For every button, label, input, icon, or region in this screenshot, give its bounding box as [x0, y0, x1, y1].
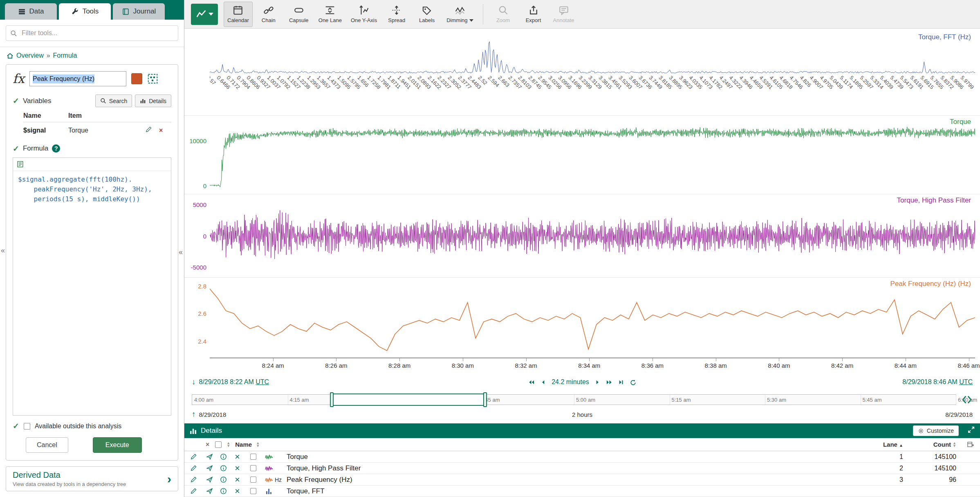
refresh-icon[interactable] — [630, 379, 637, 386]
send-icon[interactable] — [202, 488, 216, 495]
column-header-lane[interactable]: Lane ▲ — [866, 441, 907, 448]
tab-data[interactable]: Data — [5, 3, 57, 20]
series-name[interactable]: Torque, High Pass Filter — [287, 464, 866, 472]
tab-tools[interactable]: Tools — [59, 3, 111, 20]
customize-button[interactable]: Customize — [913, 425, 959, 436]
remove-variable-icon[interactable]: × — [159, 127, 171, 134]
toolbar-zoom-button[interactable]: Zoom — [489, 2, 518, 27]
row-checkbox[interactable] — [250, 465, 256, 471]
item-picker-icon[interactable] — [147, 73, 158, 84]
edit-icon[interactable] — [184, 488, 202, 495]
timeline-range-label[interactable]: 2 hours — [572, 411, 592, 418]
series-name[interactable]: Peak Frequency (Hz) — [287, 476, 866, 484]
view-mode-dropdown[interactable] — [191, 4, 218, 25]
tab-journal[interactable]: Journal — [113, 3, 165, 20]
timeline-start-date[interactable]: 8/29/2018 — [199, 411, 226, 418]
variable-item[interactable]: Torque — [68, 127, 145, 134]
send-icon[interactable] — [202, 453, 216, 460]
y-axis-gutter[interactable]: 2.82.62.4 — [184, 278, 210, 358]
toolbar-spread-button[interactable]: Spread — [382, 2, 411, 27]
column-header-count[interactable]: Count▲▼ — [907, 441, 960, 448]
color-swatch[interactable] — [131, 73, 142, 84]
timeline-end-date[interactable]: 8/29/2018 — [945, 411, 973, 418]
display-range-start[interactable]: 8/29/2018 8:22 AM UTC — [199, 378, 269, 386]
info-icon[interactable] — [216, 465, 230, 472]
edit-icon[interactable] — [184, 465, 202, 472]
duration-label[interactable]: 24.2 minutes — [552, 378, 589, 386]
select-all-checkbox[interactable] — [215, 441, 222, 448]
timeline-handle-right[interactable] — [483, 392, 487, 407]
remove-all-icon[interactable]: × — [206, 441, 209, 448]
y-axis-gutter[interactable]: 50000-5000 — [184, 194, 210, 277]
remove-icon[interactable] — [230, 465, 244, 472]
high-pass-plot[interactable] — [210, 194, 975, 277]
formula-code[interactable]: $signal.aggregate(fft(100hz). peakFreque… — [13, 171, 171, 208]
row-checkbox[interactable] — [250, 477, 256, 483]
torque-plot[interactable] — [210, 116, 975, 194]
jump-up-icon[interactable]: ↑ — [192, 410, 196, 419]
toolbar-calendar-button[interactable]: Calendar — [224, 2, 253, 27]
series-name[interactable]: Torque, FFT — [287, 487, 866, 495]
cancel-button[interactable]: Cancel — [26, 437, 68, 453]
info-icon[interactable] — [216, 453, 230, 460]
time-axis[interactable]: 8:24 am8:26 am8:28 am8:30 am8:32 am8:34 … — [210, 358, 975, 373]
send-icon[interactable] — [202, 476, 216, 483]
series-name[interactable]: Torque — [287, 453, 866, 461]
display-range-end[interactable]: 8/29/2018 8:46 AM UTC — [902, 378, 973, 386]
toolbar-capsule-button[interactable]: Capsule — [285, 2, 313, 27]
step-to-end-icon[interactable] — [618, 379, 625, 386]
toolbar-export-button[interactable]: Export — [519, 2, 548, 27]
edit-variable-icon[interactable] — [145, 126, 159, 135]
toolbar-chain-button[interactable]: Chain — [254, 2, 283, 27]
lane-label-torque-fft[interactable]: Torque, FFT (Hz) — [918, 33, 971, 41]
formula-editor[interactable]: $signal.aggregate(fft(100hz). peakFreque… — [13, 157, 171, 416]
details-expand-icon[interactable] — [967, 426, 975, 436]
lane-label-peak-frequency[interactable]: Peak Frequency (Hz) (Hz) — [890, 280, 971, 288]
collapse-sidebar-icon[interactable]: « — [179, 248, 183, 256]
timeline-handle-left[interactable] — [330, 392, 334, 407]
timeline-track[interactable]: 4:00 am4:15 am4:30 am4:45 am5:00 am5:15 … — [192, 394, 956, 405]
collap se-edge-icon[interactable]: « — [1, 246, 5, 255]
send-icon[interactable] — [202, 465, 216, 472]
step-back-icon[interactable] — [540, 379, 547, 386]
add-column-icon[interactable] — [960, 441, 980, 448]
snippets-icon[interactable] — [16, 160, 24, 168]
remove-icon[interactable] — [230, 453, 244, 460]
edit-icon[interactable] — [184, 453, 202, 460]
sort-icon[interactable]: ▲▼ — [256, 442, 260, 448]
sort-icon[interactable]: ▲▼ — [226, 442, 230, 448]
formula-help-icon[interactable]: ? — [52, 144, 60, 153]
step-forward-full-icon[interactable] — [606, 379, 613, 386]
peak-frequency-plot[interactable] — [210, 278, 975, 358]
step-forward-icon[interactable] — [594, 379, 601, 386]
chevron-right-icon[interactable]: › — [167, 473, 171, 485]
toolbar-one-lane-button[interactable]: One Lane — [315, 2, 345, 27]
lane-label-torque[interactable]: Torque — [950, 118, 971, 126]
toolbar-dimming-button[interactable]: Dimming — [443, 2, 477, 27]
row-checkbox[interactable] — [250, 488, 256, 494]
lane-label-high-pass[interactable]: Torque, High Pass Filter — [897, 196, 971, 205]
column-header-name[interactable]: Name — [235, 441, 252, 448]
breadcrumb-overview[interactable]: Overview — [16, 52, 44, 59]
home-icon[interactable] — [7, 52, 13, 59]
remove-icon[interactable] — [230, 476, 244, 483]
filter-tools-input[interactable] — [21, 29, 174, 37]
execute-button[interactable]: Execute — [93, 437, 142, 453]
info-icon[interactable] — [216, 476, 230, 483]
details-variables-button[interactable]: Details — [135, 94, 171, 107]
fft-plot[interactable] — [210, 31, 975, 73]
toolbar-labels-button[interactable]: Labels — [413, 2, 441, 27]
timeline-selection[interactable] — [332, 394, 485, 406]
search-variables-button[interactable]: Search — [95, 94, 132, 107]
jump-start-icon[interactable]: ↓ — [192, 378, 196, 387]
toolbar-annotate-button[interactable]: Annotate — [549, 2, 578, 27]
step-back-full-icon[interactable] — [528, 379, 535, 386]
toolbar-one-y-axis-button[interactable]: One Y-Axis — [347, 2, 381, 27]
tool-name-input[interactable]: Peak Frequency (Hz) — [29, 71, 126, 86]
edit-icon[interactable] — [184, 476, 202, 483]
y-axis-gutter[interactable]: 100000 — [184, 116, 210, 194]
row-checkbox[interactable] — [250, 454, 256, 460]
available-checkbox[interactable] — [24, 423, 30, 430]
derived-data-panel[interactable]: Derived Data View data created by tools … — [6, 466, 178, 491]
info-icon[interactable] — [216, 488, 230, 495]
